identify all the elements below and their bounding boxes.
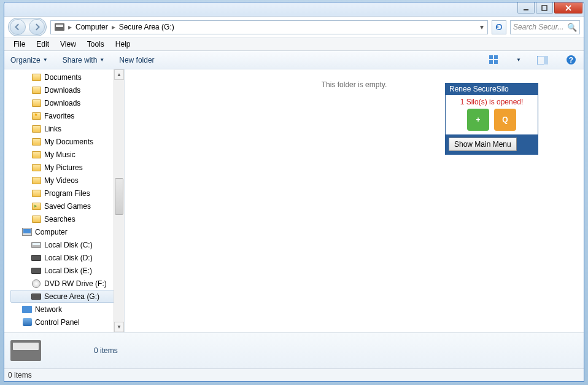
svg-rect-0 <box>524 9 528 10</box>
show-main-menu-button[interactable]: Show Main Menu <box>449 138 517 151</box>
tree-item-links[interactable]: Links <box>4 122 124 135</box>
tree-item-my-music[interactable]: My Music <box>4 148 124 161</box>
tree-item-my-documents[interactable]: My Documents <box>4 135 124 148</box>
tree-item-downloads[interactable]: Downloads <box>4 84 124 96</box>
help-button[interactable]: ? <box>564 53 578 67</box>
menu-file[interactable]: File <box>8 39 31 50</box>
tree-item-my-videos[interactable]: My Videos <box>4 174 124 187</box>
search-icon: 🔍 <box>567 23 577 32</box>
maximize-button[interactable] <box>536 2 553 14</box>
svg-rect-2 <box>489 55 493 59</box>
add-silo-button[interactable]: + <box>467 109 489 131</box>
new-folder-button[interactable]: New folder <box>119 56 154 64</box>
breadcrumb-current[interactable]: Secure Area (G:) <box>119 23 174 31</box>
panel-status: 1 Silo(s) is opened! <box>446 98 538 109</box>
svg-rect-3 <box>494 55 498 59</box>
refresh-button[interactable] <box>492 20 506 34</box>
search-input[interactable]: Search Secur... 🔍 <box>510 20 580 34</box>
tree-item-local-disk-c[interactable]: Local Disk (C:) <box>4 238 124 251</box>
address-dropdown-icon[interactable]: ▾ <box>478 23 486 31</box>
tree-item-local-disk-e[interactable]: Local Disk (E:) <box>4 264 124 277</box>
tree-item-control-panel[interactable]: Control Panel <box>4 316 124 329</box>
search-placeholder: Search Secur... <box>513 23 563 31</box>
tree-item-searches[interactable]: Searches <box>4 212 124 225</box>
plus-icon: + <box>476 115 480 124</box>
chevron-down-icon[interactable]: ▼ <box>516 57 521 63</box>
explorer-window: ▸ Computer ▸ Secure Area (G:) ▾ Search S… <box>4 2 584 382</box>
status-bar: 0 items <box>4 368 584 381</box>
breadcrumb-sep-icon: ▸ <box>112 23 115 31</box>
tree-item-secure-area-g[interactable]: Secure Area (G:) <box>10 290 117 303</box>
tree-item-downloads[interactable]: Downloads <box>4 96 124 109</box>
nav-buttons <box>8 18 47 36</box>
menu-tools[interactable]: Tools <box>82 39 110 50</box>
tree-item-network[interactable]: Network <box>4 303 124 316</box>
q-icon: Q <box>502 115 508 124</box>
minimize-button[interactable] <box>517 2 535 14</box>
preview-pane-button[interactable] <box>536 53 549 67</box>
toolbar: Organize▼ Share with▼ New folder ▼ ? <box>4 51 584 69</box>
details-pane: 0 items <box>4 332 584 368</box>
tree-item-program-files[interactable]: Program Files <box>4 187 124 200</box>
menu-help[interactable]: Help <box>110 39 136 50</box>
drive-large-icon <box>10 340 41 361</box>
back-button[interactable] <box>10 19 26 35</box>
quick-button[interactable]: Q <box>494 109 516 131</box>
tree-item-saved-games[interactable]: Saved Games <box>4 200 124 212</box>
svg-rect-5 <box>494 60 498 64</box>
file-list-pane: This folder is empty. Renee SecureSilo 1… <box>125 69 584 332</box>
panel-title: Renee SecureSilo <box>446 84 538 95</box>
securesilo-panel: Renee SecureSilo 1 Silo(s) is opened! + … <box>445 83 538 155</box>
view-options-button[interactable] <box>488 53 501 67</box>
svg-rect-4 <box>489 60 493 64</box>
address-bar[interactable]: ▸ Computer ▸ Secure Area (G:) ▾ <box>50 20 488 34</box>
organize-button[interactable]: Organize▼ <box>10 56 48 64</box>
tree-item-computer[interactable]: Computer <box>4 225 124 238</box>
tree-scrollbar[interactable]: ▲ ▼ <box>114 69 124 332</box>
drive-icon <box>55 23 64 31</box>
svg-text:?: ? <box>568 56 573 64</box>
menu-edit[interactable]: Edit <box>31 39 55 50</box>
svg-rect-1 <box>542 6 547 10</box>
close-button[interactable] <box>554 2 582 14</box>
tree-item-documents[interactable]: Documents <box>4 71 124 84</box>
status-text: 0 items <box>8 371 32 379</box>
breadcrumb-sep-icon: ▸ <box>68 23 72 31</box>
title-bar <box>4 2 584 17</box>
svg-rect-7 <box>544 56 548 64</box>
tree-item-favorites[interactable]: Favorites <box>4 109 124 122</box>
address-row: ▸ Computer ▸ Secure Area (G:) ▾ Search S… <box>4 17 584 38</box>
forward-button[interactable] <box>29 19 45 35</box>
tree-item-local-disk-d[interactable]: Local Disk (D:) <box>4 251 124 264</box>
scroll-thumb[interactable] <box>115 178 123 215</box>
breadcrumb-computer[interactable]: Computer <box>75 23 108 31</box>
scroll-up-icon[interactable]: ▲ <box>114 69 124 80</box>
share-with-button[interactable]: Share with▼ <box>63 56 105 64</box>
tree-item-my-pictures[interactable]: My Pictures <box>4 161 124 174</box>
tree-item-dvd-drive-f[interactable]: DVD RW Drive (F:) <box>4 277 124 290</box>
scroll-down-icon[interactable]: ▼ <box>114 322 124 332</box>
menu-bar: File Edit View Tools Help <box>4 38 584 51</box>
chevron-down-icon: ▼ <box>99 57 104 63</box>
chevron-down-icon: ▼ <box>43 57 48 63</box>
menu-view[interactable]: View <box>55 39 82 50</box>
item-count: 0 items <box>94 346 118 355</box>
content-body: Documents Downloads Downloads Favorites … <box>4 69 584 332</box>
nav-tree: Documents Downloads Downloads Favorites … <box>4 69 125 332</box>
